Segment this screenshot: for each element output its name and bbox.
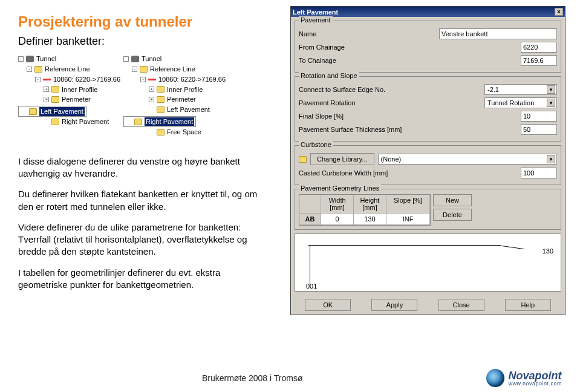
tree-item[interactable]: +Perimeter bbox=[123, 94, 226, 105]
folder-icon bbox=[157, 86, 165, 93]
change-library-button[interactable]: Change Library... bbox=[310, 153, 374, 165]
paragraph: Videre definerer du de ulike parametrene… bbox=[18, 221, 272, 258]
tree-item-label: Free Space bbox=[167, 128, 201, 137]
tree-expander-icon[interactable]: + bbox=[44, 97, 49, 102]
tree-item[interactable]: +Perimeter bbox=[18, 94, 121, 105]
folder-icon bbox=[34, 66, 42, 73]
cell[interactable]: INF bbox=[386, 214, 430, 225]
label-connect-edge: Connect to Surface Edge No. bbox=[299, 86, 484, 93]
tree-expander-icon[interactable]: - bbox=[35, 77, 41, 82]
curbstone-width-field[interactable] bbox=[521, 168, 557, 178]
tree-item-label: Tunnel bbox=[142, 54, 161, 64]
table-header: Width [mm] bbox=[321, 195, 354, 214]
group-title: Rotation and Slope bbox=[299, 72, 359, 79]
tree-item[interactable]: Right Pavement bbox=[123, 116, 196, 127]
close-icon[interactable]: × bbox=[555, 8, 563, 16]
from-chainage-field[interactable] bbox=[521, 42, 557, 53]
tree-item[interactable]: -Reference Line bbox=[18, 64, 121, 74]
tree-item[interactable]: -10860: 6220->7169.66 bbox=[123, 74, 226, 85]
tree-right: -Tunnel-Reference Line-10860: 6220->7169… bbox=[123, 54, 226, 137]
footer: Brukermøte 2008 i Tromsø Novapoint www.n… bbox=[0, 369, 580, 387]
tree-item-label: 10860: 6220->7169.66 bbox=[53, 75, 120, 84]
group-title: Pavement bbox=[299, 16, 333, 24]
table-row[interactable]: AB 0 130 INF bbox=[299, 214, 430, 225]
name-field[interactable] bbox=[439, 28, 557, 39]
cell[interactable]: 130 bbox=[354, 214, 386, 225]
tree-item[interactable]: Left Pavement bbox=[18, 106, 86, 117]
logo-text: Novapoint bbox=[508, 370, 561, 382]
tree-expander-icon[interactable]: - bbox=[123, 56, 129, 62]
tree-expander-icon[interactable]: + bbox=[149, 87, 154, 92]
group-pavement: Pavement Name From Chainage To Chainage bbox=[295, 21, 561, 73]
group-rotation: Rotation and Slope Connect to Surface Ed… bbox=[295, 76, 561, 142]
label-name: Name bbox=[299, 30, 439, 38]
footer-text: Brukermøte 2008 i Tromsø bbox=[18, 373, 486, 383]
geometry-diagram: 130 001 bbox=[295, 234, 561, 292]
road-icon bbox=[26, 56, 34, 62]
paragraph: I tabellen for geometrilinjer definerer … bbox=[18, 267, 272, 292]
tree-item[interactable]: -Tunnel bbox=[123, 54, 226, 64]
tree-item[interactable]: Right Pavement bbox=[18, 117, 121, 127]
diagram-label: 001 bbox=[306, 283, 317, 290]
tree-item[interactable]: +Inner Profile bbox=[123, 85, 226, 95]
label-curbstone-width: Casted Curbstone Width [mm] bbox=[299, 169, 521, 177]
tree-item-label: Reference Line bbox=[150, 65, 195, 74]
tree-container: -Tunnel-Reference Line-10860: 6220->7169… bbox=[18, 54, 226, 137]
tree-left: -Tunnel-Reference Line-10860: 6220->7169… bbox=[18, 54, 121, 137]
tree-item[interactable]: -Reference Line bbox=[123, 64, 226, 74]
library-select[interactable]: (None) ▼ bbox=[378, 154, 557, 165]
tree-expander-icon[interactable]: - bbox=[140, 77, 146, 82]
final-slope-field[interactable] bbox=[521, 111, 557, 122]
body-text: I disse dialogene definerer du venstre o… bbox=[18, 155, 272, 291]
to-chainage-field[interactable] bbox=[521, 55, 557, 66]
tree-expander-icon[interactable]: + bbox=[44, 87, 49, 92]
folder-icon bbox=[51, 86, 59, 93]
connect-edge-select[interactable]: -2.1 ▼ bbox=[484, 84, 557, 95]
new-button[interactable]: New bbox=[433, 194, 472, 206]
folder-icon bbox=[134, 119, 142, 125]
table-header: Slope [%] bbox=[386, 195, 430, 214]
folder-icon bbox=[157, 106, 165, 113]
ok-button[interactable]: OK bbox=[305, 299, 351, 311]
folder-icon bbox=[29, 108, 37, 115]
tree-item-label: Inner Profile bbox=[167, 85, 203, 94]
group-title: Curbstone bbox=[299, 141, 333, 148]
tree-item[interactable]: -Tunnel bbox=[18, 54, 121, 64]
tree-item-label: Reference Line bbox=[45, 65, 90, 74]
cell[interactable]: 0 bbox=[321, 214, 354, 225]
tree-item[interactable]: Left Pavement bbox=[123, 105, 226, 115]
close-button[interactable]: Close bbox=[438, 299, 484, 311]
tree-expander-icon[interactable]: - bbox=[27, 67, 32, 72]
logo-icon bbox=[486, 369, 504, 387]
tree-item-label: Left Pavement bbox=[39, 107, 85, 116]
tree-item[interactable]: +Inner Profile bbox=[18, 85, 121, 95]
tree-item-label: Left Pavement bbox=[167, 105, 210, 114]
tree-item[interactable]: -10860: 6220->7169.66 bbox=[18, 74, 121, 85]
folder-icon bbox=[51, 96, 59, 103]
delete-button[interactable]: Delete bbox=[433, 209, 472, 221]
help-button[interactable]: Help bbox=[505, 299, 551, 311]
label-pavement-rotation: Pavement Rotation bbox=[299, 99, 484, 106]
logo-subtext: www.novapoint.com bbox=[508, 381, 562, 387]
paragraph: Du definerer hvilken flatekant banketten… bbox=[18, 188, 272, 213]
pavement-rotation-select[interactable]: Tunnel Rotation ▼ bbox=[484, 97, 557, 108]
tree-item-label: Tunnel bbox=[36, 54, 56, 64]
line-icon bbox=[43, 76, 51, 83]
surface-thickness-field[interactable] bbox=[521, 124, 557, 135]
tree-expander-icon[interactable]: - bbox=[132, 67, 137, 72]
select-value: Tunnel Rotation bbox=[487, 99, 534, 106]
apply-button[interactable]: Apply bbox=[371, 299, 417, 311]
label-surface-thickness: Pavement Surface Thickness [mm] bbox=[299, 126, 521, 133]
tree-item-label: Right Pavement bbox=[145, 117, 194, 126]
tree-item-label: Perimeter bbox=[167, 95, 196, 104]
tree-item-label: Perimeter bbox=[62, 95, 91, 104]
folder-icon bbox=[157, 96, 165, 103]
tree-expander-icon[interactable]: + bbox=[149, 97, 154, 102]
tree-item-label: Right Pavement bbox=[62, 117, 109, 126]
tree-item[interactable]: Free Space bbox=[123, 127, 226, 137]
folder-icon bbox=[299, 156, 307, 163]
tree-expander-icon[interactable]: - bbox=[18, 56, 24, 62]
geometry-table[interactable]: Width [mm] Height [mm] Slope [%] AB 0 13… bbox=[299, 194, 431, 226]
dialog-titlebar[interactable]: Left Pavement × bbox=[291, 7, 565, 17]
chevron-down-icon: ▼ bbox=[547, 85, 555, 94]
